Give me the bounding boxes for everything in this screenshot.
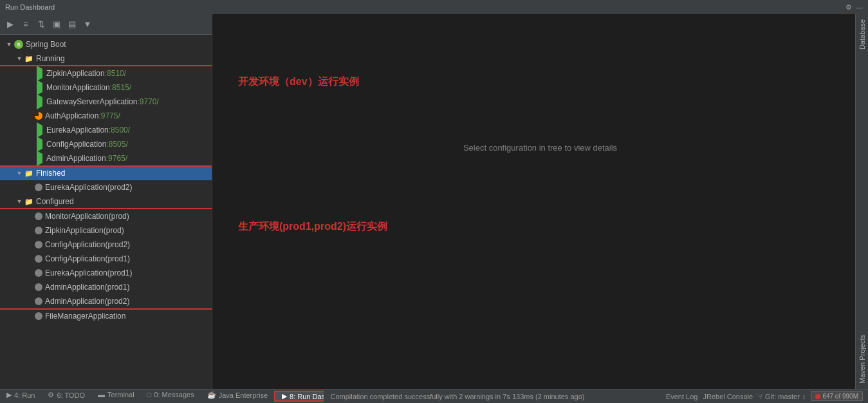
tree-item-auth[interactable]: ▶ AuthApplication:9775/ [0, 109, 212, 123]
git-status[interactable]: ⑂ Git: master ↕ [758, 393, 806, 400]
eureka-prod1-label: EurekaApplication(prod1) [45, 268, 132, 277]
admin-prod1-label: AdminApplication(prod1) [45, 283, 129, 292]
tree-item-config-dev[interactable]: ▶ ConfigApplication:8505/ [0, 137, 212, 151]
tab-java-enterprise[interactable]: ☕ Java Enterprise [201, 391, 274, 399]
config-prod2-label: ConfigApplication(prod2) [45, 240, 130, 249]
config-icon-monitor-prod [35, 212, 42, 220]
git-branch-label: Git: master [765, 393, 800, 400]
eureka-prod2-label: EurekaApplication(prod2) [45, 183, 132, 192]
run-button[interactable]: ▶ [4, 18, 17, 31]
config-icon-filemanager [35, 312, 42, 320]
tree-item-admin-dev[interactable]: ▶ AdminApplication:9765/ [0, 151, 212, 165]
auth-label: AuthApplication:9775/ [45, 111, 120, 120]
status-right: Event Log JRebel Console ⑂ Git: master ↕… [661, 389, 868, 403]
tab-terminal-label: Terminal [107, 391, 134, 398]
select-hint: Select configuration in tree to view det… [463, 143, 617, 153]
config-icon-admin-prod2 [35, 297, 42, 305]
event-log-label[interactable]: Event Log [666, 393, 698, 400]
arrow-finished: ▼ [15, 169, 23, 177]
tree-group-configured[interactable]: ▼ 📁 Configured [0, 194, 212, 209]
run-icon-zipkin [35, 69, 44, 78]
config-icon-eureka-prod2 [35, 183, 42, 191]
memory-dot [815, 394, 820, 399]
tab-terminal[interactable]: ▬ Terminal [91, 391, 141, 398]
tab-todo[interactable]: ⚙ 6: TODO [41, 391, 91, 399]
tree-item-zipkin-prod[interactable]: ▶ ZipkinApplication(prod) [0, 223, 212, 238]
config-icon-zipkin-prod [35, 227, 42, 234]
monitor-label: MonitorApplication:8515/ [46, 83, 131, 92]
tree-item-eureka-prod2[interactable]: ▶ EurekaApplication(prod2) [0, 180, 212, 194]
tree-item-gateway[interactable]: ▶ GatewayServerApplication:9770/ [0, 95, 212, 109]
config-icon-config-prod2 [35, 241, 42, 248]
folder-icon-configured: 📁 [24, 198, 33, 206]
tab-run[interactable]: ▶ 4: Run [0, 391, 41, 399]
tree-item-config-prod1[interactable]: ▶ ConfigApplication(prod1) [0, 252, 212, 266]
tree-item-admin-prod1[interactable]: ▶ AdminApplication(prod1) [0, 280, 212, 294]
main-layout: ▶ ≡ ⇅ ▣ ▤ ▼ ▼ S Spring Boot ▼ 📁 Running [0, 14, 868, 389]
terminal-tab-icon: ▬ [98, 391, 105, 398]
dev-env-label: 开发环境（dev）运行实例 [238, 75, 359, 89]
tree-item-zipkin[interactable]: ▶ ZipkinApplication:8510/ [0, 66, 212, 80]
tab-run-dashboard[interactable]: ▶ 8: Run Dashboard [274, 391, 324, 402]
zipkin-prod-label: ZipkinApplication(prod) [45, 226, 124, 235]
config-icon-admin-prod1 [35, 283, 42, 291]
jrebel-label[interactable]: JRebel Console [703, 393, 753, 400]
tree-item-monitor-prod[interactable]: ▶ MonitorApplication(prod) [0, 209, 212, 223]
memory-label: 647 of 990M [822, 393, 858, 400]
tree-root-springboot[interactable]: ▼ S Spring Boot [0, 37, 212, 52]
monitor-prod-label: MonitorApplication(prod) [45, 212, 129, 221]
config-prod1-label: ConfigApplication(prod1) [45, 254, 130, 263]
folder-icon-finished: 📁 [24, 169, 33, 178]
status-bar: ▶ 4: Run ⚙ 6: TODO ▬ Terminal □ 0: Messa… [0, 389, 868, 403]
side-tab-database[interactable]: Database [856, 14, 868, 55]
tree-toolbar: ▶ ≡ ⇅ ▣ ▤ ▼ [0, 14, 212, 35]
tree-group-finished[interactable]: ▼ 📁 Finished [0, 166, 212, 180]
tree-item-filemanager[interactable]: ▶ FileManagerApplication [0, 309, 212, 323]
tab-java-enterprise-label: Java Enterprise [219, 391, 268, 399]
admin-prod2-label: AdminApplication(prod2) [45, 297, 129, 306]
view-button1[interactable]: ▣ [50, 18, 63, 31]
filter-button[interactable]: ▼ [81, 18, 94, 31]
run-icon-config [35, 140, 44, 149]
arrow-running: ▼ [15, 55, 23, 62]
todo-tab-icon: ⚙ [48, 391, 54, 399]
java-enterprise-tab-icon: ☕ [207, 391, 216, 399]
springboot-label: Spring Boot [26, 40, 66, 49]
status-message: Compilation completed successfully with … [324, 393, 660, 400]
expand-all-button[interactable]: ≡ [19, 18, 32, 31]
git-icon: ⑂ [758, 393, 762, 400]
git-sync-icon: ↕ [802, 393, 806, 400]
sort-button[interactable]: ⇅ [35, 18, 48, 31]
tree-item-monitor[interactable]: ▶ MonitorApplication:8515/ [0, 80, 212, 95]
config-dev-label: ConfigApplication:8505/ [46, 140, 128, 149]
title-bar: Run Dashboard ⚙ — [0, 0, 868, 14]
gateway-label: GatewayServerApplication:9770/ [46, 97, 159, 106]
tree-item-eureka-prod1[interactable]: ▶ EurekaApplication(prod1) [0, 266, 212, 280]
admin-dev-label: AdminApplication:9765/ [46, 154, 127, 163]
tab-messages[interactable]: □ 0: Messages [141, 391, 201, 398]
side-tabs-panel: Database Maven Projects [855, 14, 868, 389]
tree-item-config-prod2[interactable]: ▶ ConfigApplication(prod2) [0, 238, 212, 252]
tree-group-running[interactable]: ▼ 📁 Running [0, 52, 212, 66]
run-tab-icon: ▶ [6, 391, 12, 399]
arrow-springboot: ▼ [5, 41, 13, 48]
settings-icon[interactable]: ⚙ [845, 3, 852, 12]
side-tab-maven[interactable]: Maven Projects [856, 330, 868, 389]
tab-run-dashboard-label: 8: Run Dashboard [290, 393, 324, 400]
run-icon-gateway [35, 97, 44, 106]
tab-run-label: 4: Run [14, 391, 35, 399]
tree-area: ▼ S Spring Boot ▼ 📁 Running ▶ ZipkinAppl… [0, 35, 212, 389]
eureka-dev-label: EurekaApplication:8500/ [46, 126, 130, 135]
memory-indicator[interactable]: 647 of 990M [811, 391, 863, 401]
spinner-icon-auth [35, 112, 42, 120]
view-button2[interactable]: ▤ [66, 18, 78, 31]
finished-label: Finished [36, 169, 65, 178]
minimize-icon[interactable]: — [856, 3, 863, 11]
arrow-configured: ▼ [15, 198, 23, 205]
tree-item-eureka-dev[interactable]: ▶ EurekaApplication:8500/ [0, 123, 212, 137]
tree-item-admin-prod2[interactable]: ▶ AdminApplication(prod2) [0, 294, 212, 308]
running-items-box: ▶ ZipkinApplication:8510/ ▶ MonitorAppli… [0, 66, 212, 165]
run-icon-admin [35, 154, 44, 163]
zipkin-label: ZipkinApplication:8510/ [46, 69, 126, 78]
title-text: Run Dashboard [5, 3, 55, 11]
